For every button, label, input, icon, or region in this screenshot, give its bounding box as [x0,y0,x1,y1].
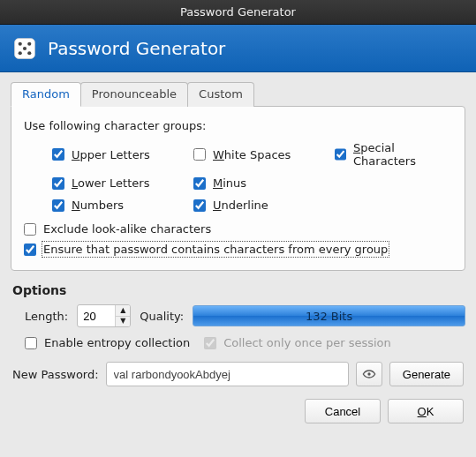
checkbox-entropy-input[interactable] [25,337,37,349]
checkbox-underline[interactable]: Underline [193,199,335,212]
checkbox-numbers-input[interactable] [52,199,64,212]
checkbox-white-input[interactable] [193,148,206,161]
svg-point-4 [19,51,22,55]
tabpanel-random: Use following character groups: Upper Le… [11,106,465,271]
checkbox-lower-label: Lower Letters [72,176,149,190]
checkbox-special-label: Special Characters [353,141,452,168]
checkbox-minus-input[interactable] [193,177,206,190]
tab-random[interactable]: Random [11,82,81,107]
svg-point-6 [367,372,370,375]
generate-button[interactable]: Generate [389,362,464,386]
checkbox-numbers-label: Numbers [72,199,124,212]
content-area: Random Pronounceable Custom Use followin… [0,72,476,432]
quality-value: 132 Bits [306,310,352,323]
checkbox-exclude-lookalike[interactable]: Exclude look-alike characters [24,222,452,236]
length-stepper[interactable]: ▲ ▼ [77,304,131,327]
character-groups-label: Use following character groups: [24,119,452,132]
tab-custom[interactable]: Custom [187,82,254,107]
checkbox-collect-label: Collect only once per session [223,336,391,349]
checkbox-entropy-label: Enable entropy collection [44,336,190,349]
checkbox-underline-label: Underline [213,199,268,212]
options-section-title: Options [12,283,465,297]
banner: Password Generator [0,25,476,72]
new-password-input[interactable] [106,362,349,386]
quality-label: Quality: [140,310,184,323]
eye-icon [362,367,376,381]
banner-title: Password Generator [48,38,225,59]
checkbox-ensure-every-group[interactable]: Ensure that password contains characters… [24,243,452,256]
checkbox-white-spaces[interactable]: White Spaces [193,141,335,168]
checkbox-collect-input [204,337,216,349]
checkbox-enable-entropy[interactable]: Enable entropy collection [25,336,190,349]
mode-tabs: Random Pronounceable Custom [11,82,465,107]
window-titlebar: Password Generator [0,0,476,25]
length-spin-buttons: ▲ ▼ [115,305,130,326]
checkbox-special-input[interactable] [335,148,346,161]
checkbox-minus-label: Minus [213,176,246,190]
tab-pronounceable[interactable]: Pronounceable [80,82,188,107]
length-label: Length: [25,310,68,323]
checkbox-lower-input[interactable] [52,177,64,190]
toggle-visibility-button[interactable] [356,362,382,386]
checkbox-upper-input[interactable] [52,148,64,161]
options-row-1: Length: ▲ ▼ Quality: 132 Bits [25,304,465,327]
checkbox-underline-input[interactable] [193,199,206,212]
checkbox-lower-letters[interactable]: Lower Letters [52,176,193,190]
dialog-buttons: Cancel OK [12,399,464,423]
checkbox-minus[interactable]: Minus [193,176,335,190]
checkbox-special-characters[interactable]: Special Characters [335,141,452,168]
length-spin-down[interactable]: ▼ [116,316,130,326]
svg-point-1 [19,41,22,45]
checkbox-upper-letters[interactable]: Upper Letters [52,141,193,168]
dice-icon [12,36,37,61]
checkbox-white-label: White Spaces [213,148,291,161]
length-spin-up[interactable]: ▲ [116,305,130,316]
cancel-button[interactable]: Cancel [305,399,381,423]
length-input[interactable] [78,305,115,326]
checkbox-exclude-label: Exclude look-alike characters [43,222,211,236]
ok-button[interactable]: OK [388,399,464,423]
new-password-row: New Password: Generate [12,362,464,386]
svg-point-2 [27,41,31,45]
checkbox-ensure-label: Ensure that password contains characters… [43,243,388,256]
options-row-2: Enable entropy collection Collect only o… [25,336,465,349]
svg-point-5 [27,51,31,55]
checkbox-exclude-input[interactable] [24,223,36,236]
window-title: Password Generator [180,5,296,19]
checkbox-ensure-input[interactable] [24,243,36,256]
character-groups-grid: Upper Letters White Spaces Special Chara… [52,141,452,212]
checkbox-collect-once: Collect only once per session [204,336,391,349]
new-password-label: New Password: [12,368,99,381]
quality-meter: 132 Bits [193,305,465,326]
checkbox-upper-label: Upper Letters [72,148,150,161]
svg-point-3 [23,46,26,49]
checkbox-numbers[interactable]: Numbers [52,199,193,212]
